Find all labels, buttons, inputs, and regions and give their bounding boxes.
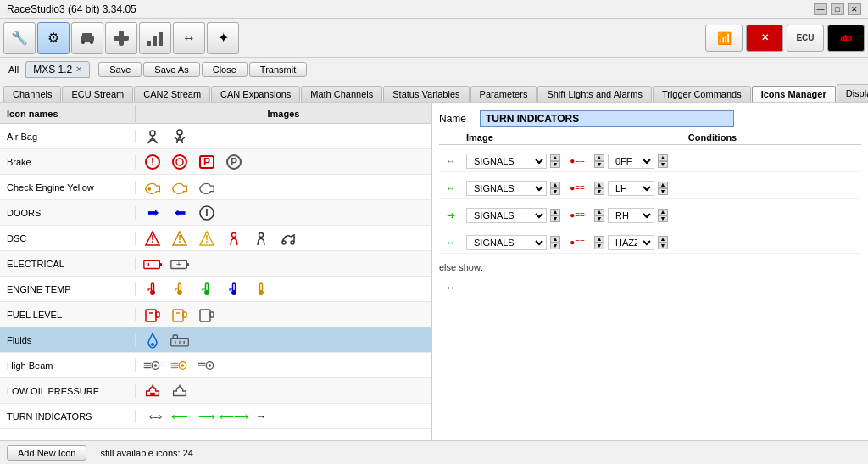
cond-channel-2[interactable]: SIGNALS xyxy=(466,181,547,196)
cond-val-1[interactable]: 0FF xyxy=(608,154,654,169)
icon-row-electrical[interactable]: ELECTRICAL + xyxy=(0,251,431,277)
tab-trigger-commands[interactable]: Trigger Commands xyxy=(653,86,751,102)
svg-rect-40 xyxy=(159,263,162,266)
spin-dn-4[interactable]: ▼ xyxy=(550,243,560,249)
cond-val-3[interactable]: RH xyxy=(608,208,654,223)
tab-shift-lights[interactable]: Shift Lights and Alarms xyxy=(537,86,652,102)
tab-ecu-stream[interactable]: ECU Stream xyxy=(62,86,133,102)
toolbar-car-button[interactable] xyxy=(71,22,103,54)
tab-status-variables[interactable]: Status Variables xyxy=(383,86,469,102)
eq-spin-up-1[interactable]: ▲ xyxy=(594,154,604,161)
eq-spinner-2[interactable]: ▲ ▼ xyxy=(594,182,604,195)
icon-images-engine-temp xyxy=(136,279,431,299)
svg-rect-50 xyxy=(206,283,209,291)
spin-dn-2[interactable]: ▼ xyxy=(550,188,560,195)
svg-text:!: ! xyxy=(178,233,181,245)
val-spin-dn-1[interactable]: ▼ xyxy=(658,161,668,168)
name-input[interactable] xyxy=(480,110,734,127)
val-spin-dn-4[interactable]: ▼ xyxy=(658,243,668,249)
file-tab-mxs[interactable]: MXS 1.2 ✕ xyxy=(25,61,90,78)
val-spin-up-1[interactable]: ▲ xyxy=(658,154,668,161)
spin-up-1[interactable]: ▲ xyxy=(550,154,560,161)
close-button[interactable]: Close xyxy=(202,62,248,77)
icon-row-high-beam[interactable]: High Beam xyxy=(0,353,431,378)
tab-parameters[interactable]: Parameters xyxy=(470,86,537,102)
maximize-button[interactable]: □ xyxy=(831,3,844,15)
icon-row-fluids[interactable]: Fluids xyxy=(0,327,431,353)
eq-spin-dn-2[interactable]: ▼ xyxy=(594,188,604,195)
val-spin-up-4[interactable]: ▲ xyxy=(658,236,668,243)
check-engine-icon-3 xyxy=(197,179,217,196)
icon-row-dsc[interactable]: DSC ! ! ! xyxy=(0,226,431,251)
eq-spin-up-4[interactable]: ▲ xyxy=(594,236,604,243)
icon-row-turn-indicators[interactable]: TURN INDICATORS ⇐⇒ ⟵ ⟶ ⟵⟶ ↔ xyxy=(0,404,431,429)
icon-row-airbag[interactable]: Air Bag xyxy=(0,124,431,149)
svg-point-36 xyxy=(259,232,264,237)
cond-spinner-2[interactable]: ▲ ▼ xyxy=(550,182,560,195)
tab-can2-stream[interactable]: CAN2 Stream xyxy=(134,86,210,102)
titlebar-title: RaceStudio3 (64 bit) 3.34.05 xyxy=(7,3,136,15)
val-spin-dn-3[interactable]: ▼ xyxy=(658,215,668,222)
icon-row-doors[interactable]: DOORS ➡ ⬅ i xyxy=(0,200,431,226)
icon-images-dsc: ! ! ! xyxy=(136,228,431,249)
electrical-icon-1 xyxy=(142,255,163,272)
spin-dn-3[interactable]: ▼ xyxy=(550,215,560,222)
tab-can-expansions[interactable]: CAN Expansions xyxy=(211,86,300,102)
val-spinner-2[interactable]: ▲ ▼ xyxy=(658,182,668,195)
cond-spinner-1[interactable]: ▲ ▼ xyxy=(550,154,560,168)
toolbar-star-button[interactable]: ✦ xyxy=(207,22,239,54)
dsc-icon-3: ! xyxy=(197,230,217,247)
tab-icons-manager[interactable]: Icons Manager xyxy=(752,86,836,102)
transmit-button[interactable]: Transmit xyxy=(249,62,307,77)
svg-rect-1 xyxy=(82,33,92,37)
cond-channel-4[interactable]: SIGNALS xyxy=(466,235,547,250)
toolbar-arrows-button[interactable]: ↔ xyxy=(173,22,205,54)
spin-up-2[interactable]: ▲ xyxy=(550,182,560,188)
eq-spinner-4[interactable]: ▲ ▼ xyxy=(594,236,604,249)
toolbar-settings-button[interactable]: ⚙ xyxy=(37,22,70,54)
spin-up-4[interactable]: ▲ xyxy=(550,236,560,243)
cond-spinner-3[interactable]: ▲ ▼ xyxy=(550,209,560,222)
val-spinner-3[interactable]: ▲ ▼ xyxy=(658,209,668,222)
spin-dn-1[interactable]: ▼ xyxy=(550,161,560,168)
tab-display[interactable]: Display ⚠ xyxy=(837,84,868,102)
icon-row-brake[interactable]: Brake ! P P xyxy=(0,149,431,175)
eq-spinner-3[interactable]: ▲ ▼ xyxy=(594,209,604,222)
eq-spin-dn-1[interactable]: ▼ xyxy=(594,161,604,168)
cond-val-2[interactable]: LH xyxy=(608,181,654,196)
eq-spin-up-3[interactable]: ▲ xyxy=(594,209,604,215)
eq-spin-up-2[interactable]: ▲ xyxy=(594,182,604,188)
fluids-icon-2 xyxy=(170,332,190,349)
airbag-icon-1 xyxy=(142,128,163,145)
icon-row-check-engine[interactable]: Check Engine Yellow xyxy=(0,175,431,200)
add-new-icon-button[interactable]: Add New Icon xyxy=(7,445,86,461)
toolbar-wrench-button[interactable]: 🔧 xyxy=(3,22,36,54)
cond-channel-3[interactable]: SIGNALS xyxy=(466,208,547,223)
eq-spin-dn-4[interactable]: ▼ xyxy=(594,243,604,249)
eq-spinner-1[interactable]: ▲ ▼ xyxy=(594,154,604,168)
val-spin-up-2[interactable]: ▲ xyxy=(658,182,668,188)
cond-val-4[interactable]: HAZZ xyxy=(608,235,654,250)
toolbar-chart-button[interactable] xyxy=(139,22,171,54)
val-spinner-1[interactable]: ▲ ▼ xyxy=(658,154,668,168)
val-spinner-4[interactable]: ▲ ▼ xyxy=(658,236,668,249)
minimize-button[interactable]: — xyxy=(814,3,827,15)
eq-spin-dn-3[interactable]: ▼ xyxy=(594,215,604,222)
val-spin-dn-2[interactable]: ▼ xyxy=(658,188,668,195)
icon-images-doors: ➡ ⬅ i xyxy=(136,203,431,223)
tab-math-channels[interactable]: Math Channels xyxy=(301,86,382,102)
svg-text:P: P xyxy=(231,156,237,168)
file-tab-close[interactable]: ✕ xyxy=(75,64,82,74)
cond-spinner-4[interactable]: ▲ ▼ xyxy=(550,236,560,249)
icon-row-low-oil[interactable]: LOW OIL PRESSURE xyxy=(0,378,431,404)
spin-up-3[interactable]: ▲ xyxy=(550,209,560,215)
close-window-button[interactable]: ✕ xyxy=(848,3,861,15)
tab-channels[interactable]: Channels xyxy=(3,86,61,102)
val-spin-up-3[interactable]: ▲ xyxy=(658,209,668,215)
toolbar-tools-button[interactable] xyxy=(105,22,137,54)
icon-row-engine-temp[interactable]: ENGINE TEMP xyxy=(0,277,431,302)
save-button[interactable]: Save xyxy=(98,62,142,77)
save-as-button[interactable]: Save As xyxy=(143,62,199,77)
cond-channel-1[interactable]: SIGNALS xyxy=(466,154,547,169)
icon-row-fuel-level[interactable]: FUEL LEVEL xyxy=(0,302,431,327)
